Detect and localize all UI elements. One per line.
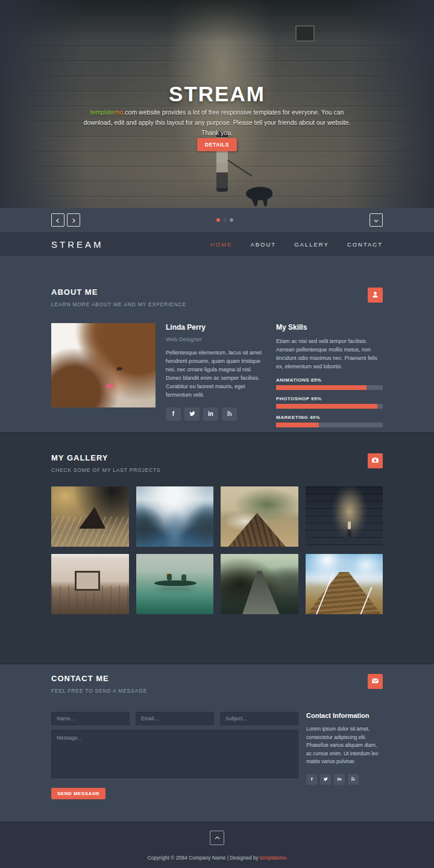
- profile-photo: [51, 323, 156, 407]
- nav-item-contact[interactable]: CONTACT: [347, 241, 383, 248]
- contact-section-button[interactable]: [368, 674, 383, 689]
- gallery-image-4[interactable]: [306, 486, 383, 547]
- rss-icon: [227, 410, 233, 418]
- navbar-menu: HOME ABOUT GALLERY CONTACT: [210, 241, 383, 248]
- twitter-button[interactable]: [184, 407, 200, 421]
- rss-button[interactable]: [348, 774, 359, 785]
- contact-form: SEND MESSAGE: [51, 712, 298, 799]
- gallery-image-6[interactable]: [136, 554, 214, 614]
- gallery-section-button[interactable]: [368, 453, 383, 468]
- contact-header: CONTACT ME FEEL FREE TO SEND A MESSAGE: [51, 674, 383, 694]
- brand-template-text: template: [90, 108, 115, 116]
- skill-fill: [276, 385, 366, 390]
- skill-bar-photoshop: PHOTOSHOP 95%: [276, 396, 383, 409]
- navbar-logo[interactable]: STREAM: [51, 239, 104, 250]
- email-input[interactable]: [136, 712, 214, 725]
- chevron-left-icon: [55, 216, 60, 225]
- copyright-prefix: Copyright © 2084 Company Name | Designed…: [147, 855, 260, 861]
- scroll-top-button[interactable]: [210, 831, 224, 845]
- facebook-button[interactable]: f: [166, 407, 181, 421]
- gallery-title: MY GALLERY: [51, 453, 160, 462]
- about-social-links: f in: [166, 407, 265, 421]
- skills-panel: My Skills Etiam ac nisi sed velit tempor…: [276, 323, 383, 427]
- nav-item-home[interactable]: HOME: [210, 241, 233, 248]
- carousel-dot-2[interactable]: [223, 218, 227, 222]
- details-button[interactable]: DETAILS: [197, 138, 237, 151]
- twitter-icon: [323, 776, 328, 782]
- about-title: ABOUT ME: [51, 288, 186, 297]
- name-input[interactable]: [51, 712, 130, 725]
- skill-fill: [276, 404, 377, 409]
- user-icon: [371, 290, 379, 301]
- hero-section: STREAM templatemo.com website provides a…: [0, 0, 434, 208]
- skill-track: [276, 404, 383, 409]
- brand-mo-text: mo: [115, 108, 124, 116]
- contact-title: CONTACT ME: [51, 674, 147, 683]
- person-role: Web Designer: [166, 336, 265, 342]
- carousel-dots: [216, 218, 233, 222]
- skill-track: [276, 423, 383, 427]
- gallery-image-5[interactable]: [51, 554, 129, 614]
- gallery-subtitle: CHECK SOME OF MY LAST PROJECTS: [51, 467, 160, 473]
- gallery-image-2[interactable]: [136, 486, 214, 547]
- subject-input[interactable]: [220, 712, 298, 725]
- scroll-down-button[interactable]: [370, 213, 383, 227]
- about-subtitle: LEARN MORE ABOUT ME AND MY EXPERIENCE: [51, 301, 186, 307]
- hero-intro-rest: .com website provides a lot of free resp…: [83, 108, 350, 136]
- gallery-image-8[interactable]: [306, 554, 383, 614]
- send-message-button[interactable]: SEND MESSAGE: [51, 788, 105, 799]
- contact-social-links: f in: [306, 774, 383, 785]
- page: STREAM templatemo.com website provides a…: [0, 0, 434, 868]
- contact-content: SEND MESSAGE Contact Information Lorem i…: [51, 712, 383, 799]
- nav-item-about[interactable]: ABOUT: [250, 241, 276, 248]
- about-header: ABOUT ME LEARN MORE ABOUT ME AND MY EXPE…: [51, 288, 383, 307]
- envelope-icon: [371, 676, 379, 687]
- contact-section: CONTACT ME FEEL FREE TO SEND A MESSAGE S…: [0, 664, 434, 822]
- rss-button[interactable]: [222, 407, 237, 421]
- contact-subtitle: FEEL FREE TO SEND A MESSAGE: [51, 688, 147, 694]
- about-content: Linda Perry Web Designer Pellentesque el…: [51, 323, 383, 427]
- gallery-header: MY GALLERY CHECK SOME OF MY LAST PROJECT…: [51, 453, 383, 473]
- about-section: ABOUT ME LEARN MORE ABOUT ME AND MY EXPE…: [0, 256, 434, 433]
- skill-bar-animations: ANIMATIONS 85%: [276, 377, 383, 390]
- hero-intro-text: templatemo.com website provides a lot of…: [81, 107, 353, 137]
- carousel-dot-1[interactable]: [216, 218, 220, 222]
- facebook-button[interactable]: f: [306, 774, 317, 785]
- carousel-next-button[interactable]: [67, 213, 80, 227]
- gallery-image-1[interactable]: [51, 486, 129, 547]
- carousel-dot-3[interactable]: [230, 218, 233, 222]
- contact-info-text: Lorem ipsum dolor sit amet, consectetur …: [306, 725, 383, 766]
- gallery-section: MY GALLERY CHECK SOME OF MY LAST PROJECT…: [0, 433, 434, 664]
- carousel-prev-button[interactable]: [51, 213, 64, 227]
- about-section-button[interactable]: [368, 288, 383, 303]
- person-name: Linda Perry: [166, 323, 265, 332]
- profile-details: Linda Perry Web Designer Pellentesque el…: [166, 323, 265, 427]
- camera-icon: [371, 456, 379, 467]
- contact-information: Contact Information Lorem ipsum dolor si…: [306, 712, 383, 799]
- footer-brand-link[interactable]: templatemo: [260, 855, 286, 861]
- facebook-icon: f: [172, 410, 174, 417]
- skill-label: PHOTOSHOP 95%: [276, 396, 383, 401]
- hero-title: STREAM: [0, 82, 434, 106]
- rss-icon: [351, 776, 356, 782]
- gallery-image-7[interactable]: [221, 554, 298, 614]
- skill-bar-marketing: MARKETING 40%: [276, 415, 383, 427]
- gallery-image-3[interactable]: [221, 486, 298, 547]
- navbar: STREAM HOME ABOUT GALLERY CONTACT: [0, 232, 434, 256]
- skill-fill: [276, 423, 319, 427]
- twitter-button[interactable]: [320, 774, 331, 785]
- nav-item-gallery[interactable]: GALLERY: [294, 241, 329, 248]
- linkedin-button[interactable]: in: [203, 407, 218, 421]
- skill-track: [276, 385, 383, 390]
- message-textarea[interactable]: [51, 730, 298, 778]
- contact-info-title: Contact Information: [306, 712, 383, 719]
- person-bio: Pellentesque elementum, lacus sit amet h…: [166, 349, 265, 400]
- skill-label: ANIMATIONS 85%: [276, 377, 383, 383]
- linkedin-button[interactable]: in: [334, 774, 345, 785]
- chevron-down-icon: [374, 216, 379, 225]
- skill-label: MARKETING 40%: [276, 415, 383, 420]
- facebook-icon: f: [311, 776, 313, 782]
- linkedin-icon: in: [337, 776, 341, 782]
- chevron-up-icon: [215, 834, 220, 843]
- linkedin-icon: in: [208, 410, 213, 417]
